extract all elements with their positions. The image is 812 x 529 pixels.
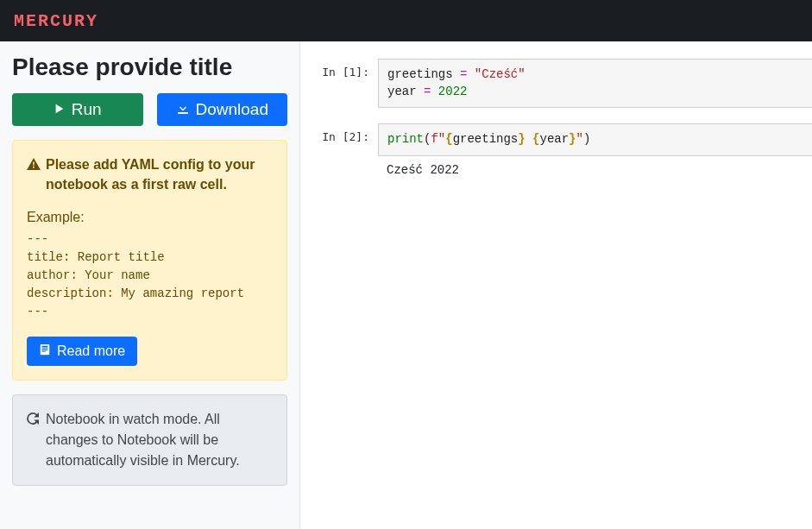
download-label: Download: [196, 100, 269, 119]
warning-heading: Please add YAML config to your notebook …: [27, 154, 273, 194]
code-output: Cześć 2022: [378, 156, 812, 184]
app-root: MERCURY Please provide title Run Downloa…: [0, 0, 812, 529]
brand-logo: MERCURY: [14, 11, 98, 31]
download-icon: [176, 100, 190, 119]
topbar: MERCURY: [0, 0, 812, 41]
page-title: Please provide title: [12, 54, 287, 81]
watch-mode-text: Notebook in watch mode. All changes to N…: [46, 409, 273, 471]
download-button[interactable]: Download: [157, 93, 288, 126]
read-more-label: Read more: [57, 343, 125, 359]
read-more-button[interactable]: Read more: [27, 337, 137, 366]
warning-icon: [27, 154, 41, 176]
code-input[interactable]: print(f"{greetings} {year}"): [378, 123, 812, 156]
watch-mode-alert: Notebook in watch mode. All changes to N…: [12, 394, 287, 486]
cell-body: print(f"{greetings} {year}")Cześć 2022: [378, 123, 812, 184]
sidebar: Please provide title Run Download: [0, 41, 300, 529]
play-icon: [54, 100, 66, 119]
cell-prompt: In [2]:: [300, 123, 378, 184]
notebook-cell: In [2]:print(f"{greetings} {year}")Cześć…: [300, 123, 812, 184]
action-buttons: Run Download: [12, 93, 287, 126]
example-label: Example:: [27, 210, 273, 225]
notebook-cell: In [1]:greetings = "Cześć" year = 2022: [300, 59, 812, 108]
notebook-content: In [1]:greetings = "Cześć" year = 2022In…: [300, 41, 812, 529]
book-icon: [39, 343, 51, 359]
example-code: --- title: Report title author: Your nam…: [27, 230, 273, 321]
watch-mode-row: Notebook in watch mode. All changes to N…: [27, 409, 273, 471]
cell-prompt: In [1]:: [300, 59, 378, 108]
main-area: Please provide title Run Download: [0, 41, 812, 529]
warning-heading-text: Please add YAML config to your notebook …: [46, 154, 273, 194]
refresh-icon: [27, 409, 39, 431]
run-button[interactable]: Run: [12, 93, 143, 126]
run-label: Run: [72, 100, 102, 119]
yaml-warning-alert: Please add YAML config to your notebook …: [12, 140, 287, 381]
code-input[interactable]: greetings = "Cześć" year = 2022: [378, 59, 812, 108]
cell-body: greetings = "Cześć" year = 2022: [378, 59, 812, 108]
